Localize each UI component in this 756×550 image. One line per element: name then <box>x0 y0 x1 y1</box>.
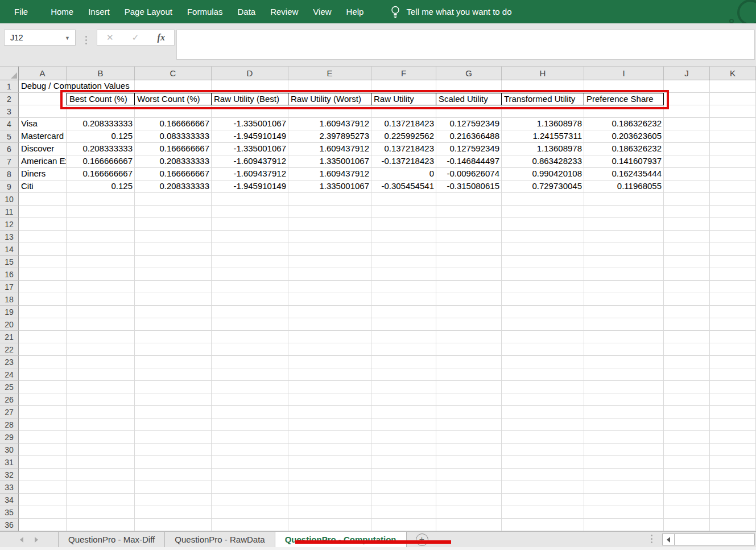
cell-C35[interactable] <box>135 506 212 519</box>
cell-D34[interactable] <box>212 494 288 506</box>
cell-F13[interactable] <box>371 231 436 243</box>
cell-E35[interactable] <box>288 506 371 519</box>
menu-insert[interactable]: Insert <box>88 7 110 17</box>
cell-K11[interactable] <box>710 206 756 218</box>
cell-A24[interactable] <box>19 368 67 381</box>
cell-C28[interactable] <box>135 418 212 431</box>
cell-A12[interactable] <box>19 218 67 231</box>
cell-F35[interactable] <box>371 506 436 519</box>
row-header-32[interactable]: 32 <box>0 469 19 481</box>
cell-C24[interactable] <box>135 368 212 381</box>
cell-J7[interactable] <box>664 155 710 168</box>
cell-A26[interactable] <box>19 393 67 406</box>
cell-E6[interactable]: 1.609437912 <box>288 143 371 155</box>
cell-H32[interactable] <box>502 469 584 481</box>
cell-G9[interactable]: -0.315080615 <box>436 180 502 193</box>
cell-I25[interactable] <box>584 381 664 393</box>
row-header-22[interactable]: 22 <box>0 343 19 356</box>
cell-D19[interactable] <box>212 306 288 318</box>
cell-I30[interactable] <box>584 444 664 456</box>
cell-D12[interactable] <box>212 218 288 231</box>
cell-I9[interactable]: 0.11968055 <box>584 180 664 193</box>
cell-B35[interactable] <box>67 506 135 519</box>
cell-J35[interactable] <box>664 506 710 519</box>
cell-C13[interactable] <box>135 231 212 243</box>
menu-file[interactable]: File <box>14 7 28 17</box>
cell-D4[interactable]: -1.335001067 <box>212 118 288 130</box>
cell-J12[interactable] <box>664 218 710 231</box>
row-header-7[interactable]: 7 <box>0 155 19 168</box>
cell-I26[interactable] <box>584 393 664 406</box>
cell-C25[interactable] <box>135 381 212 393</box>
cell-H24[interactable] <box>502 368 584 381</box>
cell-A11[interactable] <box>19 206 67 218</box>
cell-E10[interactable] <box>288 193 371 206</box>
row-header-15[interactable]: 15 <box>0 256 19 268</box>
cell-G23[interactable] <box>436 356 502 368</box>
cell-B32[interactable] <box>67 469 135 481</box>
cell-K36[interactable] <box>710 519 756 531</box>
cell-C27[interactable] <box>135 406 212 418</box>
cell-B2[interactable]: Best Count (%) <box>67 93 135 105</box>
cell-K15[interactable] <box>710 256 756 268</box>
cell-E36[interactable] <box>288 519 371 531</box>
cell-E30[interactable] <box>288 444 371 456</box>
cell-G35[interactable] <box>436 506 502 519</box>
cell-C36[interactable] <box>135 519 212 531</box>
cell-D33[interactable] <box>212 481 288 494</box>
cell-K34[interactable] <box>710 494 756 506</box>
cell-I31[interactable] <box>584 456 664 469</box>
cell-E26[interactable] <box>288 393 371 406</box>
cell-I1[interactable] <box>584 80 664 93</box>
cell-K22[interactable] <box>710 343 756 356</box>
col-header-I[interactable]: I <box>584 67 664 80</box>
cell-D27[interactable] <box>212 406 288 418</box>
cancel-icon[interactable]: ✕ <box>106 32 114 43</box>
cell-H33[interactable] <box>502 481 584 494</box>
cell-G36[interactable] <box>436 519 502 531</box>
cell-E27[interactable] <box>288 406 371 418</box>
cell-J2[interactable] <box>664 93 710 105</box>
cell-I23[interactable] <box>584 356 664 368</box>
cell-D22[interactable] <box>212 343 288 356</box>
cell-D25[interactable] <box>212 381 288 393</box>
cell-K27[interactable] <box>710 406 756 418</box>
cell-J29[interactable] <box>664 431 710 444</box>
cell-K31[interactable] <box>710 456 756 469</box>
cell-E14[interactable] <box>288 243 371 256</box>
cell-D6[interactable]: -1.335001067 <box>212 143 288 155</box>
cell-F1[interactable] <box>371 80 436 93</box>
cell-C1[interactable] <box>135 80 212 93</box>
cell-B19[interactable] <box>67 306 135 318</box>
cell-A27[interactable] <box>19 406 67 418</box>
cell-C26[interactable] <box>135 393 212 406</box>
row-header-21[interactable]: 21 <box>0 331 19 343</box>
row-header-6[interactable]: 6 <box>0 143 19 155</box>
cell-E5[interactable]: 2.397895273 <box>288 130 371 143</box>
cell-F25[interactable] <box>371 381 436 393</box>
cell-H20[interactable] <box>502 318 584 331</box>
row-header-1[interactable]: 1 <box>0 80 19 93</box>
cell-E7[interactable]: 1.335001067 <box>288 155 371 168</box>
cell-A29[interactable] <box>19 431 67 444</box>
cell-K32[interactable] <box>710 469 756 481</box>
cell-D14[interactable] <box>212 243 288 256</box>
cell-J33[interactable] <box>664 481 710 494</box>
cell-C16[interactable] <box>135 268 212 281</box>
cell-F24[interactable] <box>371 368 436 381</box>
cell-H25[interactable] <box>502 381 584 393</box>
cell-D16[interactable] <box>212 268 288 281</box>
next-sheet-icon[interactable] <box>35 537 38 543</box>
cell-F17[interactable] <box>371 281 436 293</box>
menu-formulas[interactable]: Formulas <box>187 7 223 17</box>
cell-H34[interactable] <box>502 494 584 506</box>
cell-E2[interactable]: Raw Utility (Worst) <box>288 93 371 105</box>
cell-E11[interactable] <box>288 206 371 218</box>
cell-B11[interactable] <box>67 206 135 218</box>
cell-C30[interactable] <box>135 444 212 456</box>
cell-E8[interactable]: 1.609437912 <box>288 168 371 180</box>
cell-B18[interactable] <box>67 293 135 306</box>
cell-D15[interactable] <box>212 256 288 268</box>
cell-G21[interactable] <box>436 331 502 343</box>
cell-B5[interactable]: 0.125 <box>67 130 135 143</box>
